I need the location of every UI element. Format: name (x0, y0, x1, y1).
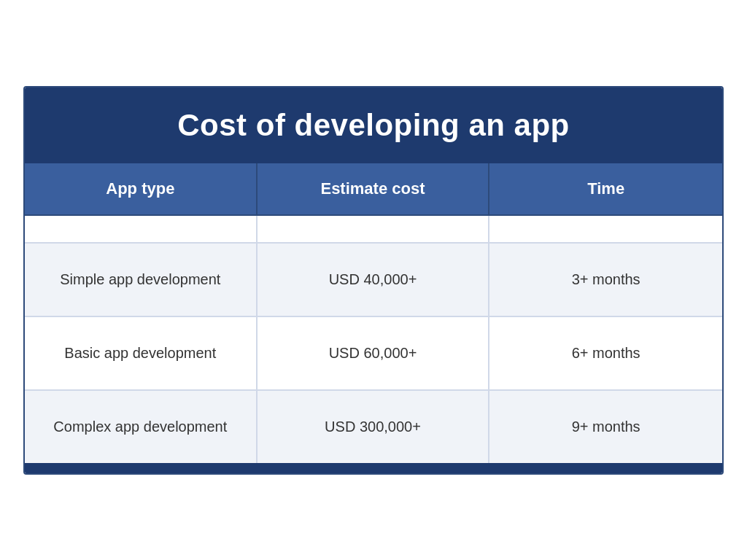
cell-complex-app-type: Complex app development (25, 391, 258, 463)
empty-cell-3 (489, 216, 722, 242)
table-row-empty (25, 216, 722, 244)
col-header-app-type: App type (25, 163, 258, 214)
table-row-simple: Simple app development USD 40,000+ 3+ mo… (25, 244, 722, 317)
table-header-row: App type Estimate cost Time (25, 163, 722, 216)
cell-complex-time: 9+ months (489, 391, 722, 463)
cell-simple-cost: USD 40,000+ (258, 244, 490, 316)
cell-basic-app-type: Basic app development (25, 317, 258, 389)
table-body: Simple app development USD 40,000+ 3+ mo… (25, 216, 722, 463)
page-title: Cost of developing an app (54, 108, 693, 143)
cell-simple-app-type: Simple app development (25, 244, 258, 316)
cell-basic-time: 6+ months (489, 317, 722, 389)
empty-cell-2 (258, 216, 490, 242)
col-header-estimate-cost: Estimate cost (258, 163, 490, 214)
col-header-time: Time (489, 163, 722, 214)
table-wrapper: App type Estimate cost Time Simple app d… (25, 163, 722, 463)
main-card: Cost of developing an app App type Estim… (23, 86, 724, 475)
cell-simple-time: 3+ months (489, 244, 722, 316)
card-header: Cost of developing an app (25, 88, 722, 163)
empty-cell-1 (25, 216, 258, 242)
cell-complex-cost: USD 300,000+ (258, 391, 490, 463)
table-row-basic: Basic app development USD 60,000+ 6+ mon… (25, 317, 722, 391)
bottom-bar (25, 463, 722, 473)
table-row-complex: Complex app development USD 300,000+ 9+ … (25, 391, 722, 463)
cell-basic-cost: USD 60,000+ (258, 317, 490, 389)
